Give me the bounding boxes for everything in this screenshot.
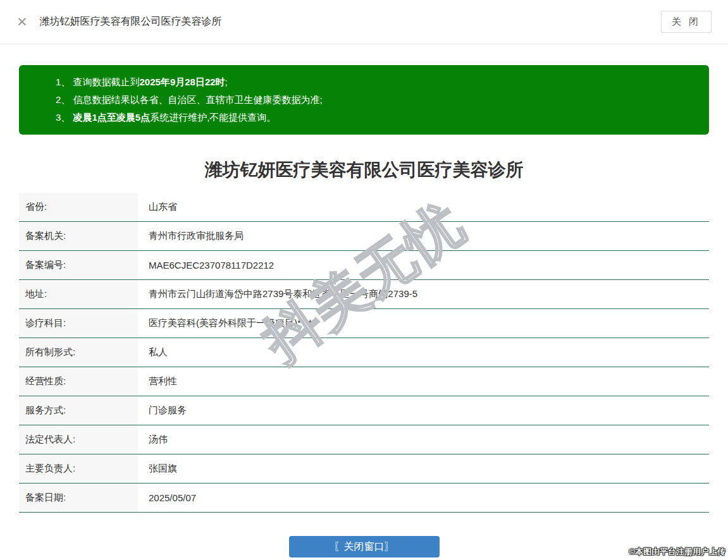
table-row: 经营性质: 营利性 bbox=[19, 367, 709, 396]
row-label: 经营性质: bbox=[19, 367, 138, 396]
row-value: 张国旗 bbox=[138, 454, 177, 483]
row-label: 备案编号: bbox=[19, 251, 138, 279]
table-row: 诊疗科目: 医疗美容科(美容外科限于一级项目)****** bbox=[19, 309, 709, 338]
row-value: 营利性 bbox=[138, 367, 177, 396]
row-value: 门诊服务 bbox=[138, 396, 187, 425]
notice-item: 3、 凌晨1点至凌晨5点系统进行维护,不能提供查询。 bbox=[56, 109, 696, 126]
table-row: 地址: 青州市云门山街道海岱中路2739号泰和世家小区一号商铺2739-5 bbox=[19, 280, 709, 309]
row-label: 所有制形式: bbox=[19, 338, 138, 367]
row-value: 私人 bbox=[138, 338, 168, 367]
row-value: MAE6CJEC237078117D2212 bbox=[138, 251, 274, 279]
row-label: 备案日期: bbox=[19, 484, 138, 512]
row-label: 主要负责人: bbox=[19, 454, 138, 483]
notice-banner: 1、 查询数据截止到2025年9月28日22时; 2、 信息数据结果以各省、自治… bbox=[19, 65, 709, 135]
table-row: 备案编号: MAE6CJEC237078117D2212 bbox=[19, 251, 709, 280]
row-label: 省份: bbox=[19, 193, 138, 221]
row-value: 青州市行政审批服务局 bbox=[138, 222, 244, 250]
table-row: 主要负责人: 张国旗 bbox=[19, 454, 709, 484]
row-label: 地址: bbox=[19, 280, 138, 308]
close-x-icon[interactable]: ✕ bbox=[16, 15, 28, 28]
table-row: 法定代表人: 汤伟 bbox=[19, 425, 709, 454]
info-table: 省份: 山东省 备案机关: 青州市行政审批服务局 备案编号: MAE6CJEC2… bbox=[19, 193, 709, 513]
row-label: 诊疗科目: bbox=[19, 309, 138, 338]
page-title: 潍坊钇妍医疗美容有限公司医疗美容诊所 bbox=[19, 158, 709, 182]
row-value: 汤伟 bbox=[138, 425, 168, 454]
row-label: 服务方式: bbox=[19, 396, 138, 425]
row-value: 医疗美容科(美容外科限于一级项目)****** bbox=[138, 309, 319, 338]
notice-item: 1、 查询数据截止到2025年9月28日22时; bbox=[56, 73, 696, 91]
row-label: 备案机关: bbox=[19, 222, 138, 250]
row-value: 2025/05/07 bbox=[138, 484, 196, 512]
close-window-button[interactable]: 〖关闭窗口〗 bbox=[289, 536, 440, 557]
notice-item: 2、 信息数据结果以各省、自治区、直辖市卫生健康委数据为准; bbox=[56, 91, 696, 109]
table-row: 服务方式: 门诊服务 bbox=[19, 396, 709, 425]
close-button[interactable]: 关 闭 bbox=[661, 11, 712, 33]
row-value: 山东省 bbox=[138, 193, 177, 221]
top-bar: ✕ 潍坊钇妍医疗美容有限公司医疗美容诊所 关 闭 bbox=[0, 0, 728, 44]
window-title: 潍坊钇妍医疗美容有限公司医疗美容诊所 bbox=[40, 15, 222, 28]
table-row: 备案日期: 2025/05/07 bbox=[19, 484, 709, 513]
table-row: 备案机关: 青州市行政审批服务局 bbox=[19, 222, 709, 251]
table-row: 省份: 山东省 bbox=[19, 193, 709, 222]
row-value: 青州市云门山街道海岱中路2739号泰和世家小区一号商铺2739-5 bbox=[138, 280, 417, 308]
row-label: 法定代表人: bbox=[19, 425, 138, 454]
copyright-watermark: ©本图由平台注册用户上传 bbox=[629, 546, 725, 557]
table-row: 所有制形式: 私人 bbox=[19, 338, 709, 367]
